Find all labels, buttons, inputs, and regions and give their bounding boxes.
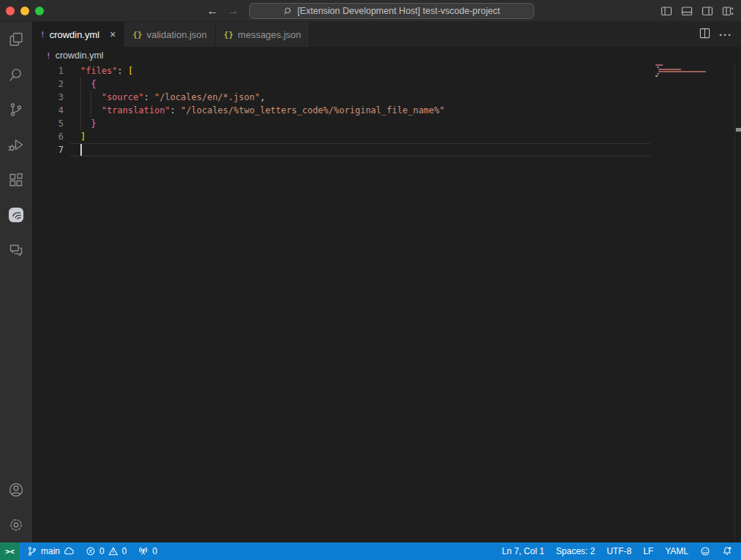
- indentation-item[interactable]: Spaces: 2: [552, 542, 599, 560]
- crowdin-icon: [7, 206, 25, 224]
- search-icon: [284, 7, 293, 16]
- activity-item-source-control[interactable]: [0, 92, 32, 127]
- line-number[interactable]: 3: [32, 91, 64, 104]
- minimap-line-mark: [657, 73, 659, 75]
- history-navigation: ← →: [207, 0, 239, 22]
- yaml-file-icon: !: [46, 51, 51, 61]
- activity-item-settings[interactable]: [0, 507, 32, 542]
- title-bar: ← → [Extension Development Host] test-vs…: [0, 0, 741, 22]
- minimap-line-mark: [656, 64, 663, 66]
- indentation: Spaces: 2: [556, 546, 595, 556]
- code-editor[interactable]: 1234567 "files": [ { "source": "/locales…: [32, 64, 741, 542]
- forward-arrow-icon[interactable]: →: [227, 5, 239, 17]
- activity-bar: [0, 22, 32, 542]
- language-mode: YAML: [665, 546, 688, 556]
- activity-item-crowdin[interactable]: [0, 197, 32, 232]
- encoding: UTF-8: [607, 546, 631, 556]
- indent-guide: [91, 91, 91, 117]
- remote-icon: ><: [5, 547, 15, 556]
- minimap-line-mark: [658, 71, 706, 72]
- back-arrow-icon[interactable]: ←: [207, 5, 218, 17]
- editor-gutter[interactable]: 1234567: [32, 64, 70, 156]
- cursor-position-item[interactable]: Ln 7, Col 1: [498, 542, 549, 560]
- vscode-window: ← → [Extension Development Host] test-vs…: [0, 0, 741, 560]
- tab-label: validation.json: [147, 29, 207, 40]
- activity-item-run-debug[interactable]: [0, 127, 32, 162]
- settings-icon: [7, 516, 25, 534]
- toggle-sidebar-icon[interactable]: [661, 5, 672, 17]
- minimap-line-mark: [656, 75, 658, 77]
- line-number[interactable]: 4: [32, 104, 64, 117]
- more-actions-icon[interactable]: ···: [719, 29, 732, 41]
- ports-item[interactable]: 0: [134, 542, 162, 560]
- error-icon: [86, 546, 96, 556]
- overview-ruler-marker: [736, 128, 741, 132]
- window-title: [Extension Development Host] test-vscode…: [297, 6, 500, 16]
- encoding-item[interactable]: UTF-8: [602, 542, 636, 560]
- status-bar-left: >< main 0 0 0: [0, 542, 162, 560]
- problems-item[interactable]: 0 0: [81, 542, 131, 560]
- overview-ruler: [734, 64, 741, 542]
- tab-label: crowdin.yml: [50, 29, 100, 40]
- activity-item-search[interactable]: [0, 57, 32, 92]
- notifications-item[interactable]: [718, 542, 737, 560]
- line-number[interactable]: 5: [32, 117, 64, 130]
- remote-indicator[interactable]: ><: [0, 542, 20, 560]
- activity-item-extensions[interactable]: [0, 162, 32, 197]
- activity-item-comments[interactable]: [0, 232, 32, 268]
- warning-icon: [108, 546, 118, 556]
- line-number[interactable]: 2: [32, 77, 64, 91]
- warning-count: 0: [122, 546, 127, 556]
- activity-item-account[interactable]: [0, 472, 32, 507]
- tab-messages.json[interactable]: {}messages.json: [216, 22, 310, 47]
- editor-content[interactable]: "files": [ { "source": "/locales/en/*.js…: [70, 64, 650, 156]
- feedback-item[interactable]: [696, 542, 715, 560]
- editor-actions: ···: [699, 22, 741, 47]
- customize-layout-icon[interactable]: [722, 5, 734, 17]
- line-number[interactable]: 6: [32, 130, 64, 143]
- code-line: }: [80, 117, 650, 130]
- code-line: ]: [80, 130, 650, 143]
- tab-label: messages.json: [238, 29, 301, 40]
- toggle-panel-icon[interactable]: [681, 5, 693, 17]
- text-cursor: [80, 144, 82, 156]
- line-number[interactable]: 1: [32, 64, 64, 77]
- branch-name: main: [41, 546, 60, 556]
- editor-group: !crowdin.yml×{}validation.json{}messages…: [32, 22, 741, 542]
- minimize-window-button[interactable]: [20, 7, 29, 15]
- status-bar-right: Ln 7, Col 1 Spaces: 2 UTF-8 LF YAML: [498, 542, 741, 560]
- code-line: {: [80, 77, 650, 91]
- close-window-button[interactable]: [6, 7, 15, 15]
- file-type-icon: {}: [132, 30, 142, 39]
- extensions-icon: [7, 171, 25, 189]
- line-number[interactable]: 7: [32, 143, 64, 156]
- breadcrumb[interactable]: ! crowdin.yml: [32, 47, 741, 64]
- language-mode-item[interactable]: YAML: [661, 542, 693, 560]
- tab-crowdin.yml[interactable]: !crowdin.yml×: [32, 22, 124, 47]
- indent-guide: [80, 77, 81, 130]
- git-branch-item[interactable]: main: [23, 542, 78, 560]
- zoom-window-button[interactable]: [35, 7, 44, 15]
- notification-bell-icon: [722, 546, 732, 556]
- minimap[interactable]: [653, 64, 734, 542]
- error-count: 0: [99, 546, 104, 556]
- minimap-line-mark: [658, 69, 681, 70]
- activity-item-explorer[interactable]: [0, 22, 32, 57]
- radio-tower-icon: [138, 546, 148, 556]
- status-bar: >< main 0 0 0 Ln 7, Col 1 Spaces: 2 UTF-…: [0, 542, 741, 560]
- code-line: "translation": "/locales/%two_letters_co…: [80, 104, 650, 117]
- toggle-secondary-sidebar-icon[interactable]: [702, 5, 713, 17]
- source-control-icon: [7, 101, 25, 118]
- cursor-position: Ln 7, Col 1: [502, 546, 544, 556]
- tab-bar: !crowdin.yml×{}validation.json{}messages…: [32, 22, 741, 47]
- split-editor-icon[interactable]: [699, 28, 710, 42]
- feedback-smiley-icon: [700, 546, 710, 556]
- tab-validation.json[interactable]: {}validation.json: [124, 22, 216, 47]
- ports-count: 0: [152, 546, 157, 556]
- close-tab-icon[interactable]: ×: [110, 29, 115, 39]
- code-line: [80, 143, 650, 156]
- command-center[interactable]: [Extension Development Host] test-vscode…: [249, 3, 534, 19]
- activity-bar-bottom: [0, 472, 32, 542]
- layout-controls: [661, 0, 734, 22]
- eol-item[interactable]: LF: [639, 542, 658, 560]
